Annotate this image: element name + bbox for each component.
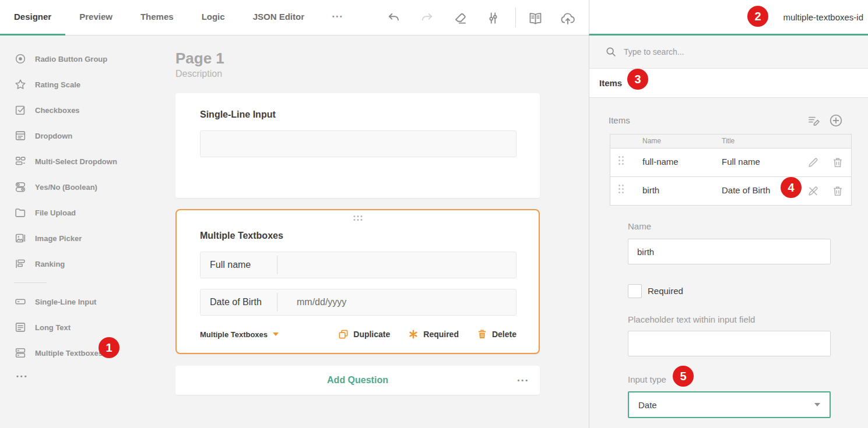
toolbox-item-label: Multi-Select Dropdown: [35, 157, 117, 166]
question-type-selector[interactable]: Multiple Textboxes: [200, 330, 279, 339]
required-checkbox[interactable]: [628, 284, 642, 298]
toolbox-item-ranking[interactable]: Ranking: [0, 251, 163, 277]
edit-item-button[interactable]: [806, 155, 821, 170]
publish-button[interactable]: [559, 9, 577, 27]
delete-item-button[interactable]: [830, 183, 845, 199]
redo-button[interactable]: [418, 9, 435, 27]
multiple-textboxes-icon: [14, 346, 27, 359]
question-drag-handle-icon[interactable]: [353, 215, 362, 221]
view-tabs: Designer Preview Themes Logic JSON Edito…: [0, 0, 358, 36]
redo-icon: [419, 10, 434, 26]
preview-docs-button[interactable]: [526, 9, 544, 27]
toolbox-item-label: Yes/No (Boolean): [35, 183, 97, 192]
toolbox-item-long-text[interactable]: Long Text: [0, 314, 163, 340]
delete-button[interactable]: Delete: [476, 328, 516, 340]
toolbox-more-button[interactable]: •••: [0, 373, 163, 380]
items-table: Name Title full-name Full name b: [610, 134, 852, 206]
cancel-edit-item-button[interactable]: [806, 183, 821, 199]
item-row-full-name[interactable]: full-name Full name: [610, 148, 851, 176]
question-card-multiple-textboxes-selected[interactable]: Multiple Textboxes Full name Date of Bir…: [175, 209, 540, 354]
toolbox-divider: [14, 282, 47, 283]
tab-themes[interactable]: Themes: [126, 0, 188, 36]
item-name: full-name: [642, 157, 679, 167]
toolbox-item-label: Checkboxes: [35, 106, 80, 115]
question-title[interactable]: Single-Line Input: [200, 109, 516, 120]
selected-element-header: multiple-textboxes-id: [589, 0, 868, 36]
add-item-button[interactable]: [828, 113, 844, 128]
textbox-row-input[interactable]: mm/dd/yyyy: [277, 297, 346, 307]
page-description[interactable]: Description: [175, 69, 222, 79]
toolbox-item-label: Rating Scale: [35, 80, 80, 89]
property-search-input[interactable]: [624, 47, 816, 56]
required-button[interactable]: Required: [407, 328, 459, 340]
row-drag-handle-icon[interactable]: [619, 185, 624, 193]
cloud-upload-icon: [560, 10, 576, 26]
toolbox-item-label: File Upload: [35, 208, 76, 217]
toolbox-item-label: Ranking: [35, 260, 65, 268]
page-title[interactable]: Page 1: [175, 49, 224, 68]
add-question-button[interactable]: Add Question •••: [175, 366, 540, 395]
delete-item-button[interactable]: [830, 155, 845, 170]
single-line-input-field[interactable]: [200, 130, 516, 157]
toolbox-item-label: Single-Line Input: [35, 298, 96, 306]
toolbox-sidebar: Radio Button Group Rating Scale Checkbox…: [0, 36, 163, 428]
question-footer: Multiple Textboxes Duplicate Required De…: [200, 326, 516, 342]
add-question-more-button[interactable]: •••: [517, 377, 529, 384]
textbox-row-date-of-birth: Date of Birth mm/dd/yyyy: [200, 289, 516, 316]
textbox-row-label: Date of Birth: [201, 297, 277, 307]
settings-button[interactable]: [484, 9, 502, 27]
book-icon: [528, 10, 543, 26]
items-grid-label: Items: [609, 115, 630, 125]
toolbox-item-image-picker[interactable]: Image Picker: [0, 225, 163, 251]
delete-label: Delete: [492, 330, 516, 339]
tab-preview[interactable]: Preview: [65, 0, 126, 36]
placeholder-field-input[interactable]: [628, 331, 831, 356]
toolbox-item-radio-button-group[interactable]: Radio Button Group: [0, 46, 163, 72]
toolbox-item-multiple-textboxes[interactable]: Multiple Textboxes: [0, 340, 163, 366]
plus-circle-icon: [828, 113, 844, 128]
undo-button[interactable]: [385, 9, 403, 27]
item-name: birth: [642, 185, 659, 195]
question-actions: Duplicate Required Delete: [338, 328, 516, 340]
tabs-more-button[interactable]: •••: [318, 0, 358, 36]
row-drag-handle-icon[interactable]: [619, 156, 624, 165]
checkboxes-icon: [14, 104, 27, 116]
required-label: Required: [423, 330, 459, 339]
tab-logic[interactable]: Logic: [188, 0, 239, 36]
survey-creator-app: Designer Preview Themes Logic JSON Edito…: [0, 0, 868, 428]
ranking-icon: [14, 257, 27, 270]
file-upload-icon: [14, 206, 27, 219]
toolbox-item-dropdown[interactable]: Dropdown: [0, 123, 163, 148]
toolbox-item-multi-select-dropdown[interactable]: Multi-Select Dropdown: [0, 148, 163, 174]
question-title[interactable]: Multiple Textboxes: [200, 231, 516, 241]
tab-designer[interactable]: Designer: [0, 0, 65, 36]
pencil-icon: [807, 156, 820, 169]
annotation-badge-3: 3: [627, 69, 648, 90]
input-type-dropdown[interactable]: Date: [628, 391, 831, 418]
batch-edit-button[interactable]: [806, 113, 821, 128]
row-divider: [277, 256, 277, 274]
required-checkbox-label: Required: [648, 286, 683, 296]
item-row-birth[interactable]: birth Date of Birth: [610, 176, 851, 205]
clear-survey-button[interactable]: [452, 9, 469, 27]
selected-question-id: multiple-textboxes-id: [783, 12, 863, 22]
column-name: Name: [642, 137, 661, 145]
eraser-icon: [453, 10, 468, 26]
rating-scale-icon: [14, 78, 27, 91]
items-section: Items Name Title full-name Full name: [589, 98, 868, 428]
dropdown-icon: [14, 129, 27, 142]
pencil-slash-icon: [807, 185, 820, 197]
name-field-input[interactable]: [628, 239, 831, 264]
toolbar-divider: [515, 8, 516, 27]
toolbox-item-file-upload[interactable]: File Upload: [0, 200, 163, 225]
toolbox-item-checkboxes[interactable]: Checkboxes: [0, 97, 163, 123]
tab-json-editor[interactable]: JSON Editor: [239, 0, 318, 36]
toolbox-item-single-line-input[interactable]: Single-Line Input: [0, 289, 163, 314]
toolbox-item-boolean[interactable]: Yes/No (Boolean): [0, 174, 163, 200]
toolbox-item-rating-scale[interactable]: Rating Scale: [0, 72, 163, 97]
duplicate-button[interactable]: Duplicate: [338, 328, 390, 340]
question-card-single-line-input[interactable]: Single-Line Input: [175, 93, 540, 198]
image-picker-icon: [14, 232, 27, 245]
name-field-label: Name: [628, 221, 651, 231]
toolbox-item-label: Long Text: [35, 323, 71, 332]
